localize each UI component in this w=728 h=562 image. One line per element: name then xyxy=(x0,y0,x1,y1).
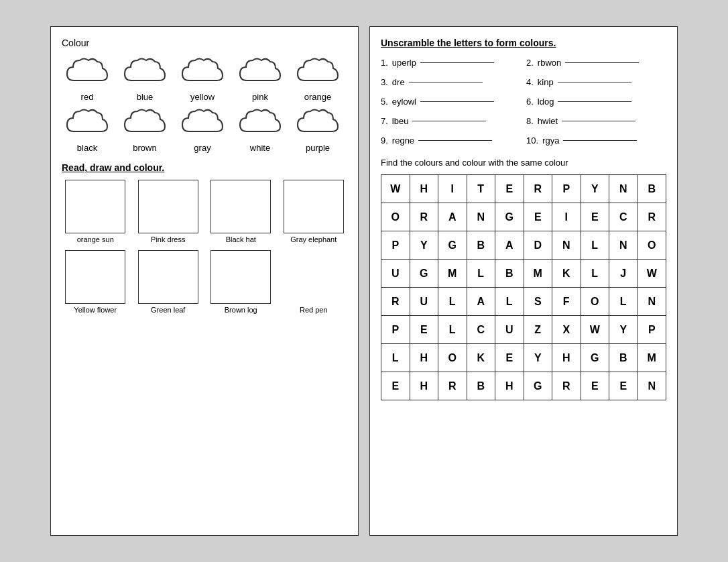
ws-cell-7-4: H xyxy=(495,372,524,400)
ws-cell-7-7: E xyxy=(581,372,609,400)
cloud-icon-black xyxy=(64,105,111,142)
scramble-line-10 xyxy=(563,140,637,141)
ws-cell-2-4: A xyxy=(495,231,524,260)
ws-cell-0-4: E xyxy=(495,175,524,203)
cloud-icon-yellow xyxy=(179,54,226,91)
ws-cell-3-5: M xyxy=(524,260,552,288)
ws-cell-4-9: N xyxy=(638,288,666,316)
draw-item-red-pen: Red pen xyxy=(280,250,348,314)
cloud-icon-purple xyxy=(294,105,341,142)
scramble-item-5: 5. eylowl xyxy=(381,97,521,107)
scramble-num-9: 9. xyxy=(381,135,388,146)
ws-cell-5-9: P xyxy=(638,316,666,344)
ws-cell-2-7: L xyxy=(581,231,609,260)
scramble-grid: 1. uperlp 2. rbwon 3. dre 4. kinp xyxy=(381,58,666,146)
ws-cell-5-1: E xyxy=(410,316,438,344)
ws-cell-6-1: H xyxy=(410,344,438,372)
draw-label-brown-log: Brown log xyxy=(225,306,257,314)
cloud-item-orange: orange xyxy=(292,54,343,102)
cloud-row-1: red blue yellow pink xyxy=(62,54,347,102)
cloud-icon-red xyxy=(64,54,111,91)
scramble-num-7: 7. xyxy=(381,116,388,126)
cloud-icon-pink xyxy=(237,54,284,91)
ws-cell-7-6: R xyxy=(552,372,581,400)
ws-cell-4-7: O xyxy=(581,288,609,316)
ws-cell-3-0: U xyxy=(381,260,410,288)
ws-cell-5-6: X xyxy=(552,316,581,344)
scramble-item-9: 9. regne xyxy=(381,135,521,146)
ws-cell-3-1: G xyxy=(410,260,438,288)
scramble-word-6: ldog xyxy=(538,97,554,107)
scramble-num-10: 10. xyxy=(526,135,538,146)
draw-box-2[interactable] xyxy=(138,180,198,233)
scramble-num-1: 1. xyxy=(381,58,388,68)
ws-cell-3-4: B xyxy=(495,260,524,288)
ws-cell-1-8: C xyxy=(609,203,638,231)
ws-cell-7-0: E xyxy=(381,372,410,400)
draw-section-title: Read, draw and colour. xyxy=(62,162,347,173)
scramble-word-7: lbeu xyxy=(392,116,409,126)
ws-cell-3-9: W xyxy=(638,260,666,288)
ws-cell-1-7: E xyxy=(581,203,609,231)
ws-cell-3-8: J xyxy=(609,260,638,288)
ws-cell-4-0: R xyxy=(381,288,410,316)
cloud-item-brown: brown xyxy=(119,105,170,153)
scramble-line-7 xyxy=(412,121,486,121)
cloud-row-2: black brown gray white xyxy=(62,105,347,153)
ws-cell-6-4: E xyxy=(495,344,524,372)
draw-box-1[interactable] xyxy=(65,180,125,233)
scramble-word-8: hwiet xyxy=(538,116,558,126)
ws-cell-4-6: F xyxy=(552,288,581,316)
ws-cell-1-6: I xyxy=(552,203,581,231)
ws-cell-4-2: L xyxy=(438,288,467,316)
draw-box-4[interactable] xyxy=(284,180,344,233)
cloud-label-blue: blue xyxy=(137,92,154,102)
ws-cell-7-5: G xyxy=(524,372,552,400)
ws-cell-0-1: H xyxy=(410,175,438,203)
draw-label-orange-sun: orange sun xyxy=(77,235,114,243)
draw-box-5[interactable] xyxy=(65,250,125,304)
ws-cell-2-6: N xyxy=(552,231,581,260)
draw-label-yellow-flower: Yellow flower xyxy=(74,306,117,314)
left-panel: Colour red blue yellow xyxy=(50,26,359,536)
scramble-item-7: 7. lbeu xyxy=(381,116,521,126)
cloud-label-white: white xyxy=(250,143,270,153)
draw-box-7[interactable] xyxy=(210,250,271,304)
ws-cell-7-3: B xyxy=(467,372,495,400)
cloud-icon-white xyxy=(237,105,284,142)
scramble-line-6 xyxy=(558,101,631,102)
draw-item-orange-sun: orange sun xyxy=(62,180,129,243)
ws-cell-5-3: C xyxy=(467,316,495,344)
draw-item-pink-dress: Pink dress xyxy=(135,180,202,243)
ws-cell-0-2: I xyxy=(438,175,467,203)
ws-cell-4-1: U xyxy=(410,288,438,316)
scramble-line-1 xyxy=(420,62,494,63)
cloud-item-white: white xyxy=(235,105,286,153)
scramble-line-4 xyxy=(558,82,631,82)
ws-cell-5-7: W xyxy=(581,316,609,344)
scramble-word-4: kinp xyxy=(538,77,554,87)
ws-cell-0-7: Y xyxy=(581,175,609,203)
draw-row-1: orange sun Pink dress Black hat Gray ele… xyxy=(62,180,347,243)
cloud-item-red: red xyxy=(62,54,113,102)
cloud-label-gray: gray xyxy=(194,143,210,153)
cloud-item-pink: pink xyxy=(235,54,286,102)
ws-cell-5-4: U xyxy=(495,316,524,344)
ws-cell-0-8: N xyxy=(609,175,638,203)
ws-cell-4-5: S xyxy=(524,288,552,316)
cloud-label-purple: purple xyxy=(306,143,330,153)
ws-cell-2-5: D xyxy=(524,231,552,260)
cloud-item-yellow: yellow xyxy=(177,54,228,102)
scramble-item-10: 10. rgya xyxy=(526,135,666,146)
page-container: Colour red blue yellow xyxy=(37,13,691,549)
draw-box-3[interactable] xyxy=(210,180,271,233)
scramble-line-2 xyxy=(565,62,639,63)
ws-cell-3-3: L xyxy=(467,260,495,288)
ws-cell-1-4: G xyxy=(495,203,524,231)
ws-cell-0-6: P xyxy=(552,175,581,203)
ws-cell-6-5: Y xyxy=(524,344,552,372)
scramble-word-5: eylowl xyxy=(392,97,416,107)
cloud-icon-gray xyxy=(179,105,226,142)
draw-box-6[interactable] xyxy=(138,250,198,304)
cloud-item-blue: blue xyxy=(119,54,170,102)
